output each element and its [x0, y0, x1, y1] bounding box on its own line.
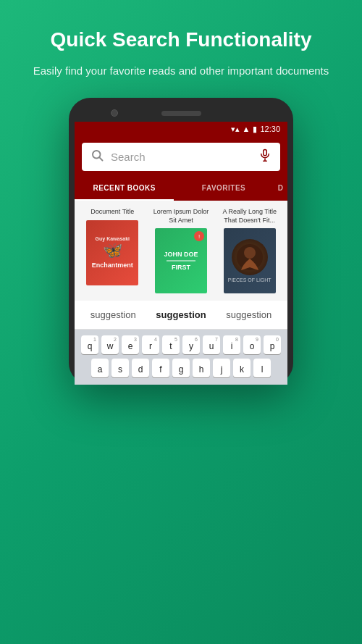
- header-section: Quick Search Functionality Easily find y…: [12, 0, 351, 91]
- book-item-3[interactable]: A Really Long Title That Doesn't Fit... …: [217, 208, 282, 293]
- keyboard-row-2: a s d f g h j k l: [77, 359, 285, 377]
- battery-icon: ▮: [253, 125, 257, 134]
- status-bar: ▾▴ ▲ ▮ 12:30: [75, 122, 287, 137]
- book-3-subtitle: PIECES OF LIGHT: [228, 277, 272, 283]
- book-3-title: A Really Long Title That Doesn't Fit...: [217, 208, 282, 225]
- key-d[interactable]: d: [132, 359, 149, 377]
- key-k[interactable]: k: [233, 359, 251, 377]
- svg-point-6: [244, 247, 256, 259]
- keyboard: 1q 2w 3e 4r 5t 6y 7u 8i 9o 0p a s d f g …: [75, 330, 287, 385]
- book-item-2[interactable]: Lorem Ipsum Dolor Sit Amet ! JOHN DOE FI…: [149, 208, 214, 293]
- app-screen: ▾▴ ▲ ▮ 12:30 Search: [75, 122, 287, 385]
- time-display: 12:30: [260, 125, 280, 133]
- key-y[interactable]: 6y: [182, 335, 200, 354]
- app-toolbar: Search: [75, 137, 287, 177]
- book-1-author: Guy Kawasaki: [96, 236, 130, 241]
- suggestions-bar: suggestion suggestion suggestion: [75, 301, 287, 330]
- search-placeholder[interactable]: Search: [111, 151, 251, 163]
- key-l[interactable]: l: [253, 359, 271, 377]
- book-item-1[interactable]: Document Title Guy Kawasaki 🦋 Enchantmen…: [80, 208, 145, 293]
- key-t[interactable]: 5t: [162, 335, 180, 354]
- key-r[interactable]: 4r: [142, 335, 159, 354]
- key-q[interactable]: 1q: [81, 335, 98, 354]
- sub-title: Easily find your favorite reads and othe…: [33, 62, 329, 79]
- phone-top-bar: [75, 106, 287, 122]
- books-grid: Document Title Guy Kawasaki 🦋 Enchantmen…: [75, 201, 287, 301]
- mic-icon[interactable]: [258, 149, 272, 165]
- key-i[interactable]: 8i: [223, 335, 240, 354]
- keyboard-row-1: 1q 2w 3e 4r 5t 6y 7u 8i 9o 0p: [77, 335, 285, 354]
- book-2-name: FIRST: [172, 264, 190, 272]
- suggestion-3[interactable]: suggestion: [226, 309, 272, 320]
- book-1-title: Document Title: [90, 208, 134, 217]
- key-j[interactable]: j: [213, 359, 230, 377]
- tab-favorites[interactable]: FAVORITES: [174, 177, 273, 201]
- suggestion-2[interactable]: suggestion: [156, 309, 206, 320]
- key-w[interactable]: 2w: [101, 335, 119, 354]
- search-bar[interactable]: Search: [82, 143, 280, 171]
- key-o[interactable]: 9o: [243, 335, 261, 354]
- wifi-icon: ▾▴: [231, 125, 240, 134]
- book-3-cover: PIECES OF LIGHT: [224, 228, 276, 293]
- svg-line-1: [99, 157, 102, 160]
- tab-partial[interactable]: D: [274, 177, 287, 201]
- key-s[interactable]: s: [111, 359, 129, 377]
- main-title: Quick Search Functionality: [33, 28, 329, 52]
- status-icons: ▾▴ ▲ ▮ 12:30: [231, 125, 280, 134]
- book-1-decoration: 🦋: [103, 241, 122, 260]
- tabs-bar: RECENT BOOKS FAVORITES D: [75, 177, 287, 201]
- phone-frame: ▾▴ ▲ ▮ 12:30 Search: [69, 98, 293, 385]
- key-h[interactable]: h: [193, 359, 210, 377]
- key-p[interactable]: 0p: [264, 335, 281, 354]
- book-1-cover: Guy Kawasaki 🦋 Enchantment: [86, 220, 138, 285]
- search-icon: [90, 149, 104, 165]
- book-2-title: Lorem Ipsum Dolor Sit Amet: [149, 208, 214, 225]
- key-g[interactable]: g: [172, 359, 190, 377]
- book-1-name: Enchantment: [92, 262, 133, 269]
- signal-icon: ▲: [243, 125, 251, 133]
- book-2-author: JOHN DOE: [164, 251, 198, 258]
- key-e[interactable]: 3e: [122, 335, 139, 354]
- camera: [111, 109, 118, 117]
- suggestion-1[interactable]: suggestion: [90, 309, 136, 320]
- key-f[interactable]: f: [152, 359, 169, 377]
- key-u[interactable]: 7u: [203, 335, 220, 354]
- book-2-divider: [167, 260, 195, 262]
- key-a[interactable]: a: [91, 359, 109, 377]
- svg-rect-2: [264, 149, 267, 155]
- book-2-badge: !: [194, 231, 204, 241]
- tab-recent-books[interactable]: RECENT BOOKS: [75, 177, 174, 201]
- speaker: [161, 111, 201, 116]
- book-3-img: [232, 239, 268, 275]
- book-2-cover: ! JOHN DOE FIRST: [155, 228, 207, 293]
